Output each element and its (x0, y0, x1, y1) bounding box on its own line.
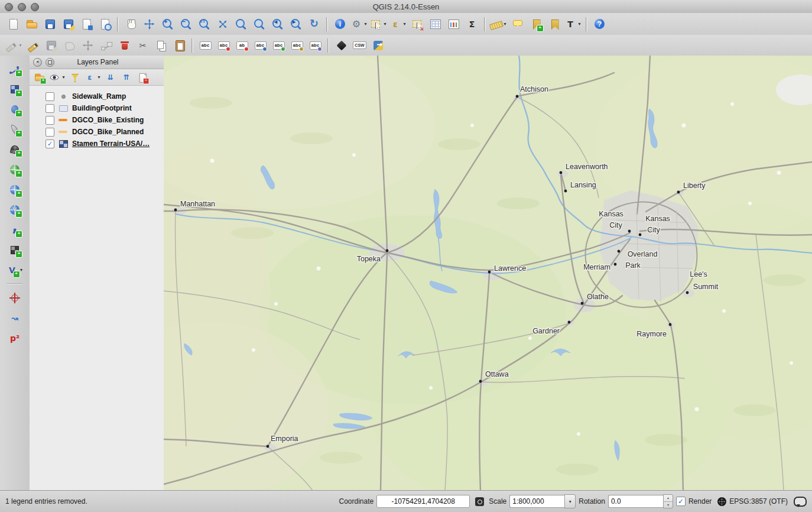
pin-unpin-labels-button[interactable]: abc (215, 37, 232, 54)
show-hide-labels-button[interactable]: abc (252, 37, 269, 54)
node-tool-button[interactable] (98, 37, 115, 54)
cut-features-button[interactable]: ✂ (134, 37, 151, 54)
rotation-spin-down[interactable]: ▾ (664, 502, 673, 508)
add-wcs-layer-button[interactable]: + (5, 181, 25, 198)
add-virtual-layer-button[interactable]: V+▾ (5, 261, 25, 278)
open-attribute-table-button[interactable] (427, 16, 444, 33)
scale-input[interactable] (509, 495, 564, 508)
layer-checkbox[interactable]: ✓ (46, 140, 54, 148)
composer-manager-button[interactable] (96, 16, 113, 33)
save-project-button[interactable] (41, 16, 59, 33)
save-layer-edits-button[interactable] (43, 37, 60, 54)
zoom-out-button[interactable]: − (177, 16, 194, 33)
zoom-to-selection-button[interactable] (232, 16, 249, 33)
add-wfs-layer-button[interactable]: V+ (5, 201, 25, 218)
add-feature-button[interactable] (61, 37, 78, 54)
add-wms-layer-button[interactable]: + (5, 161, 25, 178)
copy-features-button[interactable] (152, 37, 170, 54)
select-by-expression-button[interactable]: ε▾ (389, 16, 407, 33)
highlight-pinned-labels-button[interactable]: ab (233, 37, 251, 54)
zoom-next-button[interactable]: ▸ (287, 16, 304, 33)
layer-item[interactable]: Sidewalk_Ramp (30, 90, 164, 102)
add-mssql-layer-button[interactable]: + (5, 141, 25, 158)
plugin-p2-button[interactable]: p² (5, 329, 25, 346)
paste-features-button[interactable] (171, 37, 188, 54)
coordinate-input[interactable] (376, 495, 470, 508)
add-delimited-text-layer-button[interactable]: ,+ (5, 221, 25, 238)
show-bookmarks-button[interactable] (545, 16, 563, 33)
measure-line-button[interactable]: ▾ (489, 16, 508, 33)
text-annotation-dropdown[interactable]: ▾ (577, 21, 582, 27)
zoom-in-button[interactable]: + (159, 16, 176, 33)
layer-labeling-options-button[interactable]: abc (197, 37, 214, 54)
map-tips-button[interactable] (509, 16, 526, 33)
current-edits-button[interactable]: ▾ (5, 37, 23, 54)
save-project-as-button[interactable] (60, 16, 77, 33)
manage-layer-visibility-button[interactable]: ▾ (48, 70, 66, 84)
delete-selected-button[interactable] (116, 37, 133, 54)
close-window-button[interactable] (5, 3, 13, 11)
add-oracle-georaster-layer-button[interactable]: + (5, 241, 25, 258)
identify-features-button[interactable]: i (332, 16, 349, 33)
add-raster-layer-button[interactable]: + (5, 80, 25, 98)
select-by-expression-dropdown[interactable]: ▾ (402, 21, 407, 27)
move-label-button[interactable]: abc (270, 37, 287, 54)
zoom-native-resolution-button[interactable]: 1:1 (196, 16, 213, 33)
layer-checkbox[interactable] (46, 104, 54, 113)
run-feature-action-button[interactable]: ⚙▾ (350, 16, 368, 33)
manage-layer-visibility-dropdown[interactable]: ▾ (61, 74, 66, 80)
filter-by-expression-button[interactable]: ε▾ (83, 70, 102, 84)
move-feature-button[interactable] (79, 37, 96, 54)
remove-layer-group-button[interactable]: − (135, 70, 150, 84)
offline-editing-button[interactable] (333, 37, 350, 54)
add-postgis-layer-button[interactable]: + (5, 101, 25, 118)
zoom-to-layer-button[interactable] (251, 16, 268, 33)
field-statistics-button[interactable] (445, 16, 462, 33)
toggle-editing-button[interactable] (24, 37, 41, 54)
rotation-input[interactable] (608, 495, 663, 508)
crs-status-button[interactable]: EPSG:3857 (OTF) (714, 496, 791, 507)
filter-by-expression-dropdown[interactable]: ▾ (96, 74, 102, 80)
layer-item[interactable]: ✓Stamen Terrain-USA/… (30, 138, 164, 150)
rotate-label-button[interactable]: abc (288, 37, 306, 54)
statistical-summary-button[interactable]: Σ (463, 16, 480, 33)
layer-checkbox[interactable] (46, 92, 54, 101)
select-features-button[interactable]: ▾ (369, 16, 388, 33)
open-project-button[interactable] (23, 16, 40, 33)
filter-legend-button[interactable] (67, 70, 82, 84)
layer-item[interactable]: DGCO_Bike_Existing (30, 114, 164, 126)
metasearch-catalog-button[interactable]: CSW (351, 37, 368, 54)
zoom-window-button[interactable] (31, 3, 39, 11)
deselect-all-button[interactable]: × (408, 16, 426, 33)
osm-place-search-button[interactable]: ↝ (5, 309, 25, 326)
render-checkbox[interactable]: ✓ (676, 497, 686, 506)
rotation-spin-up[interactable]: ▴ (664, 495, 673, 502)
run-feature-action-dropdown[interactable]: ▾ (363, 21, 368, 27)
expand-all-button[interactable]: ⇊ (103, 70, 118, 84)
coordinate-capture-button[interactable] (5, 289, 25, 306)
export-to-server-button[interactable] (369, 37, 386, 54)
add-spatialite-layer-button[interactable]: + (5, 121, 25, 138)
zoom-last-button[interactable]: ◂ (269, 16, 286, 33)
add-group-button[interactable]: + (32, 70, 47, 84)
messages-button[interactable] (794, 495, 807, 508)
map-canvas[interactable]: AtchisonLeavenworthLansingLibertyManhatt… (164, 56, 812, 491)
layer-checkbox[interactable] (46, 116, 54, 125)
layer-item[interactable]: DGCO_Bike_Planned (30, 126, 164, 138)
add-vector-layer-button[interactable]: + (5, 60, 25, 77)
zoom-full-extent-button[interactable] (214, 16, 231, 33)
layer-checkbox[interactable] (46, 128, 54, 137)
new-bookmark-button[interactable]: + (527, 16, 544, 33)
new-project-button[interactable] (5, 16, 22, 33)
coordinate-extent-toggle-button[interactable] (473, 495, 486, 508)
new-print-composer-button[interactable] (78, 16, 95, 33)
help-button[interactable]: ? (591, 16, 608, 33)
close-panel-button[interactable]: × (33, 58, 42, 67)
float-panel-button[interactable] (46, 58, 54, 67)
change-label-properties-button[interactable]: abc (307, 37, 324, 54)
text-annotation-button[interactable]: T▾ (564, 16, 582, 33)
scale-dropdown-button[interactable]: ▾ (564, 494, 576, 508)
pan-to-selection-button[interactable] (141, 16, 158, 33)
layer-item[interactable]: BuildingFootprint (30, 102, 164, 114)
select-features-dropdown[interactable]: ▾ (382, 21, 388, 27)
